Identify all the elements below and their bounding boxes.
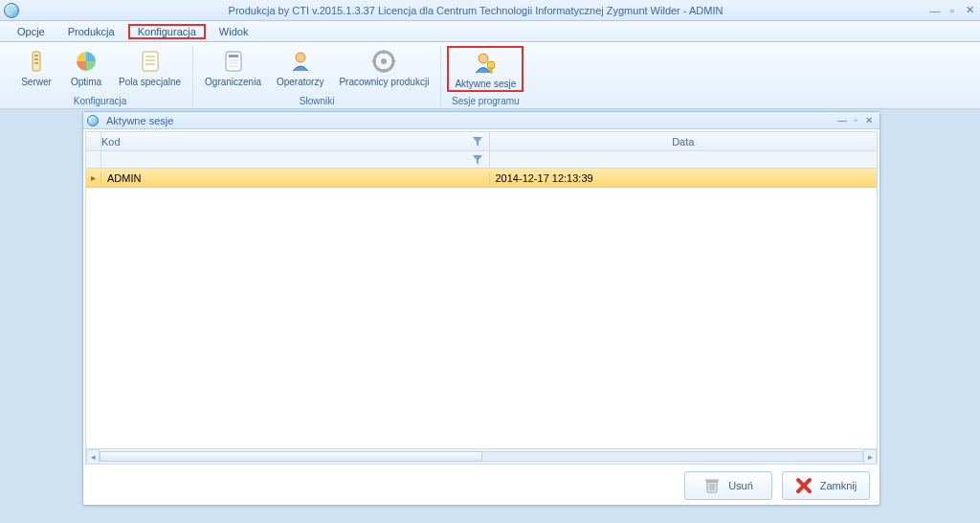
ribbon-pola-specjalne[interactable]: Pola specjalne [113, 46, 187, 88]
limits-icon [219, 47, 248, 76]
cell-data: 2014-12-17 12:13:39 [490, 172, 878, 184]
scroll-thumb[interactable] [100, 451, 482, 462]
horizontal-scrollbar[interactable]: ◂ ▸ [86, 448, 877, 464]
svg-point-13 [296, 53, 305, 62]
svg-rect-9 [229, 55, 238, 57]
svg-point-20 [479, 54, 488, 63]
svg-point-15 [381, 58, 387, 64]
ribbon-aktywne-sesje[interactable]: Aktywne sesje [447, 46, 523, 92]
row-handle-filter [86, 151, 101, 168]
menu-produkcja[interactable]: Produkcja [58, 24, 124, 39]
delete-button[interactable]: Usuń [684, 471, 772, 500]
child-window-aktywne-sesje: Aktywne sesje — ▫ ✕ Kod Data [82, 111, 880, 506]
minimize-button[interactable]: — [928, 4, 942, 17]
svg-rect-22 [490, 68, 492, 73]
trash-icon [703, 477, 721, 494]
svg-rect-1 [34, 55, 38, 57]
grid-filter-row [86, 151, 877, 169]
filter-cell-data[interactable] [490, 151, 878, 168]
app-title: Produkcja by CTI v.2015.1.3.37 Licencja … [23, 5, 928, 16]
ribbon-group-konfiguracja: Serwer Optima Pola specjalne Konfiguracj… [8, 46, 193, 107]
ribbon-group-sesje-programu: Aktywne sesje Sesje programu [441, 46, 529, 107]
ribbon-pracownicy-produkcji[interactable]: Pracownicy produkcji [333, 46, 434, 88]
ribbon-label: Operatorzy [277, 77, 323, 87]
ribbon-group-slowniki: Ograniczenia Operatorzy Pracownicy produ… [193, 46, 441, 107]
close-dialog-button[interactable]: Zamknij [782, 471, 870, 500]
filter-cell-kod[interactable] [101, 151, 490, 168]
group-title: Sesje programu [452, 96, 520, 107]
optima-icon [72, 47, 100, 76]
ribbon: Serwer Optima Pola specjalne Konfiguracj… [0, 42, 980, 109]
ribbon-label: Serwer [21, 77, 52, 87]
button-label: Usuń [728, 480, 753, 491]
svg-rect-24 [706, 480, 718, 482]
window-controls: — ▫ ✕ [928, 4, 976, 17]
operators-icon [286, 47, 315, 76]
child-maximize-button[interactable]: ▫ [849, 114, 862, 127]
workspace: Aktywne sesje — ▫ ✕ Kod Data [0, 109, 980, 523]
cell-kod: ADMIN [101, 172, 490, 184]
ribbon-label: Optima [71, 77, 101, 87]
server-icon [22, 47, 51, 76]
grid-header: Kod Data [86, 132, 877, 151]
ribbon-ograniczenia[interactable]: Ograniczenia [199, 46, 267, 88]
child-titlebar: Aktywne sesje — ▫ ✕ [83, 112, 880, 129]
child-window-icon [87, 115, 99, 126]
child-minimize-button[interactable]: — [835, 114, 849, 127]
table-row[interactable]: ▸ ADMIN 2014-12-17 12:13:39 [86, 169, 877, 188]
filter-icon[interactable] [472, 154, 483, 166]
workers-icon [369, 47, 398, 76]
ribbon-label: Pola specjalne [119, 77, 181, 87]
app-icon [4, 3, 19, 18]
svg-rect-2 [34, 58, 38, 60]
ribbon-label: Pracownicy produkcji [339, 77, 429, 87]
button-label: Zamknij [820, 480, 858, 491]
filter-icon[interactable] [472, 136, 483, 148]
main-titlebar: Produkcja by CTI v.2015.1.3.37 Licencja … [0, 0, 980, 21]
sessions-icon [471, 49, 500, 78]
column-header-label: Data [672, 136, 694, 148]
group-title: Słowniki [300, 96, 335, 107]
ribbon-label: Aktywne sesje [455, 79, 516, 89]
svg-rect-3 [34, 62, 38, 64]
ribbon-serwer[interactable]: Serwer [13, 46, 59, 88]
close-button[interactable]: ✕ [963, 4, 976, 17]
scroll-left-button[interactable]: ◂ [86, 449, 100, 465]
svg-rect-4 [143, 52, 158, 71]
scroll-right-button[interactable]: ▸ [863, 449, 877, 465]
column-header-data[interactable]: Data [490, 132, 878, 150]
ribbon-label: Ograniczenia [205, 77, 261, 87]
child-footer: Usuń Zamknij [83, 466, 880, 505]
row-indicator-icon: ▸ [86, 172, 101, 183]
menu-opcje[interactable]: Opcje [8, 24, 55, 39]
column-header-kod[interactable]: Kod [101, 132, 490, 150]
child-close-button[interactable]: ✕ [862, 114, 876, 127]
group-title: Konfiguracja [74, 96, 127, 107]
column-header-label: Kod [101, 136, 121, 148]
ribbon-operatorzy[interactable]: Operatorzy [271, 46, 329, 88]
sessions-grid: Kod Data ▸ ADMIN [85, 131, 878, 465]
ribbon-optima[interactable]: Optima [63, 46, 109, 88]
menu-konfiguracja[interactable]: Konfiguracja [128, 24, 206, 39]
menubar: Opcje Produkcja Konfiguracja Widok [0, 21, 980, 42]
row-handle-header [86, 132, 101, 150]
maximize-button[interactable]: ▫ [946, 4, 959, 17]
fields-icon [136, 47, 165, 76]
grid-body: ▸ ADMIN 2014-12-17 12:13:39 [86, 169, 877, 448]
menu-widok[interactable]: Widok [210, 24, 258, 39]
child-title: Aktywne sesje [106, 115, 173, 126]
close-icon [795, 477, 813, 494]
